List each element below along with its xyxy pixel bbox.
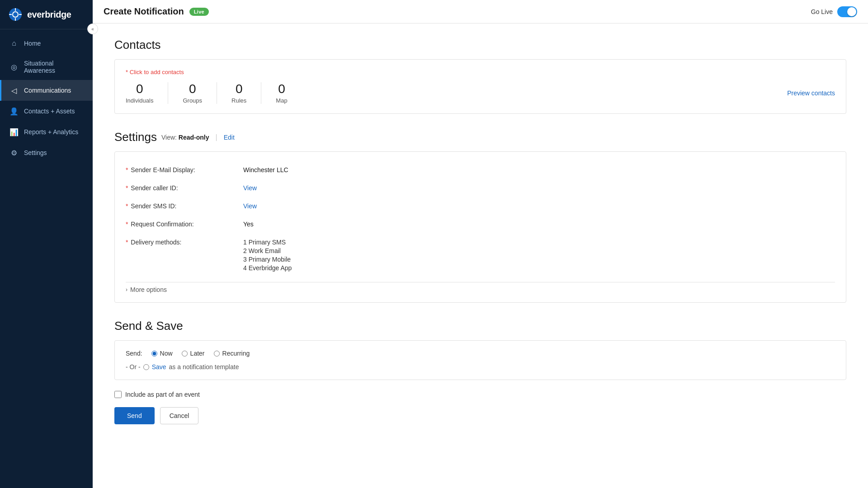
sidebar-item-communications[interactable]: ◁ Communications bbox=[0, 80, 93, 101]
settings-field-label-3: * Request Confirmation: bbox=[126, 215, 243, 233]
more-options-row[interactable]: › More options bbox=[126, 282, 835, 293]
sidebar-item-contacts-assets[interactable]: 👤 Contacts + Assets bbox=[0, 101, 93, 122]
delivery-list: 1 Primary SMS2 Work Email3 Primary Mobil… bbox=[243, 239, 835, 272]
stat-groups: 0 Groups bbox=[168, 82, 217, 104]
settings-field-value-3: Yes bbox=[243, 215, 835, 233]
chevron-right-icon: › bbox=[126, 286, 127, 293]
communications-icon: ◁ bbox=[9, 86, 19, 95]
settings-field-label-4: * Delivery methods: bbox=[126, 233, 243, 278]
reports-analytics-label: Reports + Analytics bbox=[24, 128, 78, 136]
send-save-title: Send & Save bbox=[114, 319, 846, 333]
stat-map: 0 Map bbox=[261, 82, 302, 104]
topbar-left: Create Notification Live bbox=[104, 6, 209, 17]
sidebar-item-reports-analytics[interactable]: 📊 Reports + Analytics bbox=[0, 122, 93, 142]
settings-value-link-1[interactable]: View bbox=[243, 184, 257, 192]
send-save-card: Send: Now Later Recurring - Or bbox=[114, 340, 846, 380]
sidebar-item-settings[interactable]: ⚙ Settings bbox=[0, 142, 93, 163]
settings-field-label-0: * Sender E-Mail Display: bbox=[126, 161, 243, 179]
send-recurring-option[interactable]: Recurring bbox=[214, 350, 250, 357]
or-text: - Or - bbox=[126, 363, 141, 371]
stat-value-2: 0 bbox=[231, 82, 246, 96]
sidebar-item-home[interactable]: ⌂ Home bbox=[0, 33, 93, 54]
sidebar-item-situational-awareness[interactable]: ◎ Situational Awareness bbox=[0, 54, 93, 80]
sidebar-collapse-button[interactable]: « bbox=[87, 23, 98, 34]
send-recurring-radio[interactable] bbox=[214, 351, 220, 357]
settings-field-label-2: * Sender SMS ID: bbox=[126, 197, 243, 215]
settings-value-0: Winchester LLC bbox=[243, 166, 288, 174]
settings-value-3: Yes bbox=[243, 221, 254, 228]
live-badge: Live bbox=[189, 8, 209, 16]
content-area: Contacts * Click to add contacts 0 Indiv… bbox=[93, 23, 868, 488]
save-template-option[interactable]: Save bbox=[143, 363, 166, 371]
toggle-knob bbox=[847, 7, 856, 16]
contacts-assets-icon: 👤 bbox=[9, 107, 19, 116]
as-template-text: as a notification template bbox=[169, 363, 239, 371]
preview-contacts-link[interactable]: Preview contacts bbox=[787, 89, 835, 97]
contacts-card: * Click to add contacts 0 Individuals 0 … bbox=[114, 59, 846, 114]
settings-row-4: * Delivery methods: 1 Primary SMS2 Work … bbox=[126, 233, 835, 278]
stat-label-1: Groups bbox=[183, 97, 202, 104]
settings-icon: ⚙ bbox=[9, 148, 19, 157]
topbar-right: Go Live bbox=[811, 6, 857, 17]
sidebar-nav: ⌂ Home ◎ Situational Awareness ◁ Communi… bbox=[0, 29, 93, 488]
include-event-checkbox[interactable] bbox=[114, 391, 122, 398]
page-title: Create Notification bbox=[104, 6, 184, 17]
main-content: Create Notification Live Go Live Contact… bbox=[93, 0, 868, 488]
send-later-radio[interactable] bbox=[182, 351, 188, 357]
action-buttons: Send Cancel bbox=[114, 407, 846, 424]
go-live-label: Go Live bbox=[811, 8, 833, 15]
contacts-stats-row: 0 Individuals 0 Groups 0 Rules 0 Map Pre… bbox=[126, 82, 835, 104]
go-live-toggle[interactable] bbox=[837, 6, 857, 17]
include-event-label: Include as part of an event bbox=[125, 391, 200, 398]
settings-header: Settings View: Read-only | Edit bbox=[114, 130, 846, 144]
stat-value-1: 0 bbox=[183, 82, 202, 96]
send-label: Send: bbox=[126, 350, 142, 357]
logo-icon bbox=[7, 6, 24, 23]
settings-row-1: * Sender caller ID: View bbox=[126, 179, 835, 197]
contacts-required-note: * Click to add contacts bbox=[126, 69, 835, 75]
stat-value-3: 0 bbox=[276, 82, 287, 96]
delivery-item-2: 3 Primary Mobile bbox=[243, 256, 835, 263]
divider-pipe: | bbox=[216, 133, 217, 141]
settings-field-value-4: 1 Primary SMS2 Work Email3 Primary Mobil… bbox=[243, 233, 835, 278]
send-later-label: Later bbox=[190, 350, 205, 357]
settings-edit-link[interactable]: Edit bbox=[224, 134, 235, 141]
logo-text: everbridge bbox=[27, 9, 71, 20]
settings-field-label-1: * Sender caller ID: bbox=[126, 179, 243, 197]
stat-individuals: 0 Individuals bbox=[126, 82, 168, 104]
include-event-row: Include as part of an event bbox=[114, 391, 846, 398]
settings-label: Settings bbox=[24, 149, 47, 156]
situational-awareness-label: Situational Awareness bbox=[24, 60, 85, 74]
reports-analytics-icon: 📊 bbox=[9, 127, 19, 136]
communications-label: Communications bbox=[24, 87, 71, 94]
contacts-section: Contacts * Click to add contacts 0 Indiv… bbox=[114, 38, 846, 114]
settings-field-value-0: Winchester LLC bbox=[243, 161, 835, 179]
send-button[interactable]: Send bbox=[114, 407, 155, 424]
settings-row-3: * Request Confirmation: Yes bbox=[126, 215, 835, 233]
contacts-assets-label: Contacts + Assets bbox=[24, 108, 75, 115]
delivery-item-1: 2 Work Email bbox=[243, 247, 835, 254]
delivery-item-3: 4 Everbridge App bbox=[243, 264, 835, 272]
home-icon: ⌂ bbox=[9, 39, 19, 48]
stat-label-3: Map bbox=[276, 97, 287, 104]
cancel-button[interactable]: Cancel bbox=[160, 407, 199, 424]
send-now-option[interactable]: Now bbox=[151, 350, 173, 357]
settings-field-value-1: View bbox=[243, 179, 835, 197]
settings-value-link-2[interactable]: View bbox=[243, 202, 257, 210]
settings-field-value-2: View bbox=[243, 197, 835, 215]
send-recurring-label: Recurring bbox=[222, 350, 250, 357]
settings-row-0: * Sender E-Mail Display: Winchester LLC bbox=[126, 161, 835, 179]
settings-row-2: * Sender SMS ID: View bbox=[126, 197, 835, 215]
save-template-radio[interactable] bbox=[143, 364, 149, 370]
settings-table: * Sender E-Mail Display: Winchester LLC … bbox=[126, 161, 835, 278]
stat-rules: 0 Rules bbox=[217, 82, 261, 104]
send-now-label: Now bbox=[160, 350, 173, 357]
send-options-row: Send: Now Later Recurring bbox=[126, 350, 835, 357]
stat-label-2: Rules bbox=[231, 97, 246, 104]
settings-section: Settings View: Read-only | Edit * Sender… bbox=[114, 130, 846, 303]
situational-awareness-icon: ◎ bbox=[9, 62, 19, 71]
send-later-option[interactable]: Later bbox=[182, 350, 205, 357]
home-label: Home bbox=[24, 40, 41, 47]
more-options-label: More options bbox=[130, 286, 167, 293]
send-now-radio[interactable] bbox=[151, 351, 157, 357]
